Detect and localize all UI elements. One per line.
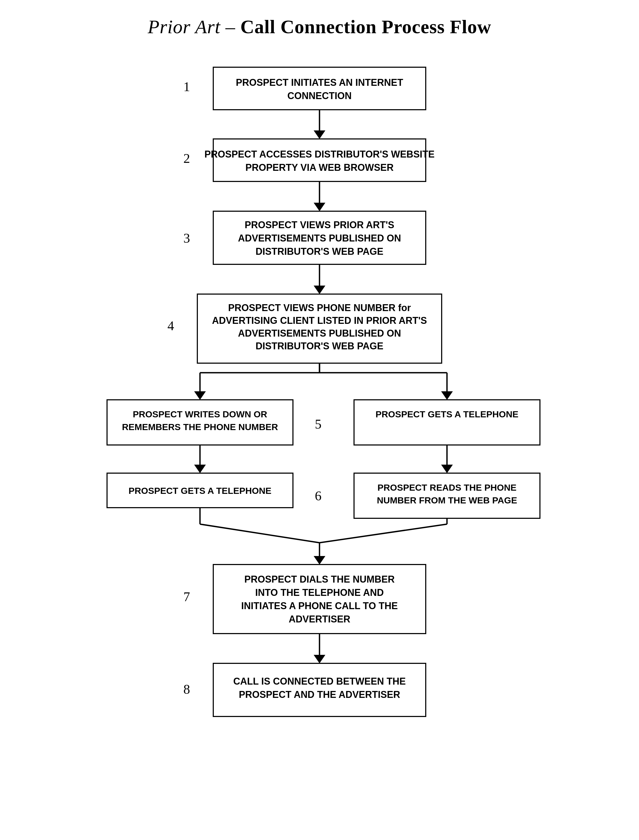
svg-text:8: 8 xyxy=(183,682,190,697)
svg-text:PROSPECT GETS A TELEPHONE: PROSPECT GETS A TELEPHONE xyxy=(129,485,272,496)
svg-text:PROSPECT VIEWS PHONE NUMBER fo: PROSPECT VIEWS PHONE NUMBER for xyxy=(228,302,411,313)
svg-text:PROPERTY VIA WEB BROWSER: PROPERTY VIA WEB BROWSER xyxy=(245,162,394,173)
svg-marker-32 xyxy=(441,391,453,400)
svg-text:PROSPECT AND THE ADVERTISER: PROSPECT AND THE ADVERTISER xyxy=(239,689,400,700)
svg-marker-5 xyxy=(314,130,325,139)
svg-marker-42 xyxy=(441,465,453,473)
svg-text:PROSPECT INITIATES AN INTERNET: PROSPECT INITIATES AN INTERNET xyxy=(236,77,403,88)
svg-text:ADVERTISEMENTS PUBLISHED ON: ADVERTISEMENTS PUBLISHED ON xyxy=(238,328,401,339)
page-title: Prior Art – Call Connection Process Flow xyxy=(148,16,491,38)
svg-marker-40 xyxy=(194,465,206,473)
svg-text:CALL IS CONNECTED BETWEEN THE: CALL IS CONNECTED BETWEEN THE xyxy=(233,676,405,687)
svg-text:ADVERTISING CLIENT LISTED IN P: ADVERTISING CLIENT LISTED IN PRIOR ART'S xyxy=(212,315,427,326)
svg-text:INITIATES A PHONE CALL TO THE: INITIATES A PHONE CALL TO THE xyxy=(241,600,397,611)
svg-line-50 xyxy=(200,524,320,543)
svg-marker-28 xyxy=(194,391,206,400)
svg-text:PROSPECT VIEWS PRIOR ART'S: PROSPECT VIEWS PRIOR ART'S xyxy=(245,220,394,230)
svg-text:PROSPECT READS THE PHONE: PROSPECT READS THE PHONE xyxy=(377,482,516,493)
svg-text:7: 7 xyxy=(183,589,190,604)
svg-text:2: 2 xyxy=(183,151,190,166)
svg-text:PROSPECT GETS A TELEPHONE: PROSPECT GETS A TELEPHONE xyxy=(375,409,518,419)
diagram-container: PROSPECT INITIATES AN INTERNET CONNECTIO… xyxy=(67,59,572,830)
svg-text:ADVERTISER: ADVERTISER xyxy=(289,614,350,625)
svg-text:CONNECTION: CONNECTION xyxy=(288,90,351,101)
svg-text:DISTRIBUTOR'S WEB PAGE: DISTRIBUTOR'S WEB PAGE xyxy=(256,340,383,352)
svg-line-52 xyxy=(320,524,447,543)
svg-marker-11 xyxy=(314,203,325,211)
svg-text:NUMBER FROM THE WEB PAGE: NUMBER FROM THE WEB PAGE xyxy=(377,495,517,505)
svg-marker-18 xyxy=(314,286,325,294)
svg-text:DISTRIBUTOR'S WEB PAGE: DISTRIBUTOR'S WEB PAGE xyxy=(256,246,383,257)
svg-text:4: 4 xyxy=(168,318,174,333)
svg-text:ADVERTISEMENTS PUBLISHED ON: ADVERTISEMENTS PUBLISHED ON xyxy=(238,233,401,243)
svg-text:INTO THE TELEPHONE AND: INTO THE TELEPHONE AND xyxy=(255,587,384,598)
svg-text:REMEMBERS THE PHONE NUMBER: REMEMBERS THE PHONE NUMBER xyxy=(122,422,278,432)
svg-text:PROSPECT DIALS THE NUMBER: PROSPECT DIALS THE NUMBER xyxy=(244,574,395,585)
svg-rect-6 xyxy=(213,139,426,181)
svg-marker-54 xyxy=(314,556,325,565)
svg-rect-0 xyxy=(213,67,426,110)
svg-text:3: 3 xyxy=(183,231,190,245)
svg-text:PROSPECT WRITES DOWN OR: PROSPECT WRITES DOWN OR xyxy=(133,409,267,419)
svg-text:1: 1 xyxy=(183,79,190,94)
flow-diagram: PROSPECT INITIATES AN INTERNET CONNECTIO… xyxy=(81,59,558,830)
svg-text:PROSPECT ACCESSES DISTRIBUTOR': PROSPECT ACCESSES DISTRIBUTOR'S WEBSITE xyxy=(205,149,435,160)
svg-text:5: 5 xyxy=(315,417,322,431)
svg-rect-36 xyxy=(354,400,540,445)
svg-text:6: 6 xyxy=(315,488,322,503)
svg-marker-62 xyxy=(314,655,325,663)
